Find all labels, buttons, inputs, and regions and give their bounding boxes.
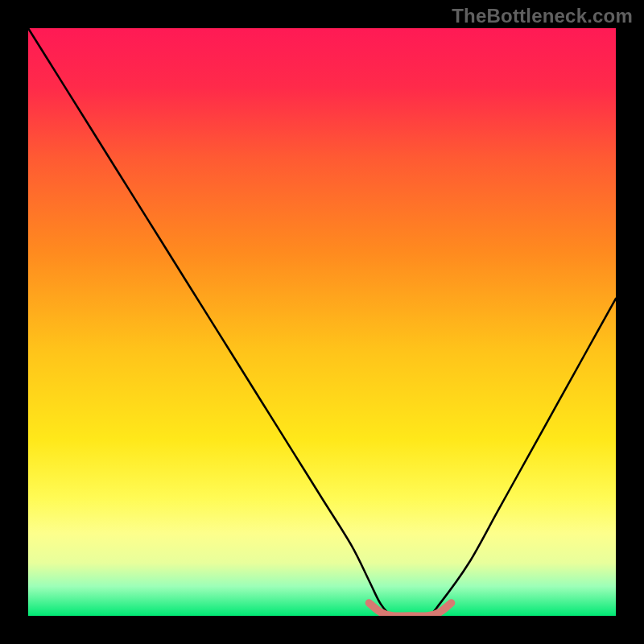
curve-layer bbox=[28, 28, 616, 616]
plot-area bbox=[28, 28, 616, 616]
watermark-text: TheBottleneck.com bbox=[452, 5, 633, 27]
bottleneck-curve bbox=[28, 28, 616, 616]
chart-frame: TheBottleneck.com bbox=[0, 0, 644, 644]
